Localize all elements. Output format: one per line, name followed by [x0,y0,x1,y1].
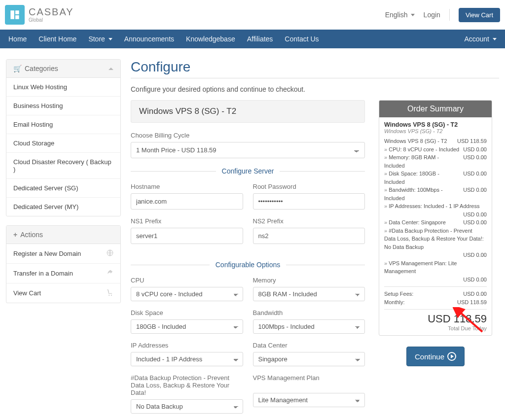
summary-line: Disk Space: 180GB - IncludedUSD 0.00 [384,170,487,186]
ip-select[interactable]: Included - 1 IP Address [131,352,243,366]
sidebar-category-item[interactable]: Dedicated Server (MY) [6,198,120,216]
setup-fees-label: Setup Fees: [384,290,460,298]
sidebar-category-item[interactable]: Dedicated Server (SG) [6,179,120,198]
hostname-input[interactable] [131,193,243,210]
order-summary: Order Summary Windows VPS 8 (SG) - T2 Wi… [379,100,492,336]
summary-line: USD 0.00 [384,251,487,259]
product-name-box: Windows VPS 8 (SG) - T2 [131,100,365,123]
billing-cycle-select[interactable]: 1 Month Price - USD 118.59 [131,142,365,158]
action-register-domain[interactable]: Register a New Domain [6,244,120,264]
page-title: Configure [131,59,499,75]
view-cart-button[interactable]: View Cart [459,8,500,22]
disk-select[interactable]: 180GB - Included [131,319,243,334]
sidebar-category-item[interactable]: Cloud Storage [6,134,120,153]
cpu-label: CPU [131,277,243,284]
summary-line: #Data Backup Protection - Prevent Data L… [384,227,487,251]
summary-line: IP Addresses: Included - 1 IP Address [384,202,487,210]
actions-panel: +Actions Register a New Domain Transfer … [6,225,121,303]
summary-product-sub: Windows VPS (SG) - T2 [384,128,487,134]
cart-icon [107,289,113,297]
caret-down-icon [411,14,415,16]
billing-cycle-label: Choose Billing Cycle [131,132,365,139]
summary-line: Memory: 8GB RAM - IncludedUSD 0.00 [384,153,487,170]
root-password-label: Root Password [253,183,365,190]
topbar: CASBAY Global English Login View Cart [0,0,505,30]
ns1-input[interactable] [131,228,243,244]
arrow-right-icon [447,352,456,361]
main-nav: Home Client Home Store Announcements Kno… [0,30,505,48]
summary-line: USD 0.00 [384,210,487,219]
total-label: Total Due Today [384,325,487,331]
caret-down-icon [493,38,497,40]
nav-store[interactable]: Store [82,30,118,48]
total-amount: USD 118.59 [384,313,487,325]
sidebar-category-item[interactable]: Email Hosting [6,115,120,134]
sidebar-category-item[interactable]: Linux Web Hosting [6,78,120,97]
monthly-value: USD 118.59 [457,298,487,307]
memory-label: Memory [253,277,365,284]
logo[interactable]: CASBAY Global [5,5,74,25]
nav-knowledgebase[interactable]: Knowledgebase [180,30,241,48]
nav-client-home[interactable]: Client Home [33,30,82,48]
categories-list: Linux Web HostingBusiness HostingEmail H… [6,78,120,216]
ns1-label: NS1 Prefix [131,217,243,225]
sidebar-category-item[interactable]: Cloud Disaster Recovery ( Backup ) [6,153,120,179]
summary-line: Data Center: SingaporeUSD 0.00 [384,218,487,227]
backup-label: #Data Backup Protection - Prevent Data L… [131,374,243,396]
nav-contact[interactable]: Contact Us [279,30,325,48]
cart-icon: 🛒 [13,65,22,72]
page-subtitle: Configure your desired options and conti… [131,85,499,93]
backup-select[interactable]: No Data Backup [131,399,243,414]
memory-select[interactable]: 8GB RAM - Included [253,287,365,301]
mgmt-label: VPS Management Plan [253,374,365,390]
setup-fees-value: USD 0.00 [463,290,487,298]
continue-button[interactable]: Continue [406,347,465,366]
globe-icon [107,249,113,258]
categories-header[interactable]: 🛒Categories [6,60,120,78]
action-view-cart[interactable]: View Cart [6,283,120,303]
bandwidth-select[interactable]: 100Mbps - Included [253,319,365,334]
nav-home[interactable]: Home [2,30,33,48]
chevron-up-icon [108,68,113,70]
caret-down-icon [108,38,112,40]
bandwidth-label: Bandwidth [253,309,365,316]
summary-line: CPU: 8 vCPU core - IncludedUSD 0.00 [384,145,487,154]
action-transfer-domain[interactable]: Transfer in a Domain [6,264,120,283]
disk-label: Disk Space [131,309,243,316]
ns2-label: NS2 Prefix [253,217,365,225]
hostname-label: Hostname [131,183,243,190]
brand-name: CASBAY [29,7,74,17]
ip-label: IP Addresses [131,342,243,349]
summary-product-title: Windows VPS 8 (SG) - T2 [384,121,487,128]
categories-panel: 🛒Categories Linux Web HostingBusiness Ho… [6,59,121,216]
monthly-label: Monthly: [384,298,454,307]
summary-line: Bandwidth: 100Mbps - IncludedUSD 0.00 [384,186,487,202]
summary-line: Windows VPS 8 (SG) - T2USD 118.59 [384,137,487,145]
nav-account[interactable]: Account [458,30,503,48]
plus-icon: + [13,231,17,239]
cpu-select[interactable]: 8 vCPU core - Included [131,287,243,301]
login-link[interactable]: Login [424,11,440,19]
nav-announcements[interactable]: Announcements [118,30,180,48]
configurable-options-heading: Configurable Options [131,261,365,269]
nav-affiliates[interactable]: Affiliates [241,30,279,48]
share-icon [107,269,113,278]
actions-header[interactable]: +Actions [6,226,120,244]
root-password-input[interactable] [253,193,365,210]
summary-line: USD 0.00 [384,276,487,284]
dc-label: Data Center [253,342,365,349]
order-summary-title: Order Summary [379,101,492,117]
configure-server-heading: Configure Server [131,167,365,175]
brand-sub: Global [29,18,74,23]
language-dropdown[interactable]: English [385,11,415,19]
sidebar-category-item[interactable]: Business Hosting [6,97,120,115]
dc-select[interactable]: Singapore [253,352,365,366]
summary-line: VPS Management Plan: Lite Management [384,259,487,276]
mgmt-select[interactable]: Lite Management [253,393,365,407]
logo-mark-icon [5,5,25,25]
ns2-input[interactable] [253,228,365,244]
